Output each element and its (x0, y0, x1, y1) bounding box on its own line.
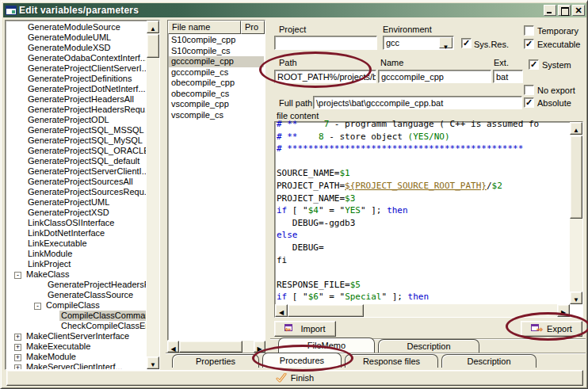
full-path-input[interactable]: \projects\bat\gcccompile_cpp.bat (313, 96, 522, 109)
tree-vertical-scrollbar[interactable]: ▲ ▼ (147, 21, 159, 369)
path-input[interactable]: ROOT_PATH%/projects/bat (274, 70, 376, 83)
file-scrollbar-thumb[interactable] (179, 341, 242, 353)
import-icon: ⇦ (284, 324, 296, 334)
tree-item[interactable]: LinkClassOSIInterface (6, 218, 146, 228)
tab-procedures[interactable]: Procedures (262, 353, 342, 368)
tree-item[interactable]: GenerateProjectSQL_default (6, 156, 146, 166)
editor-hscroll-thumb[interactable] (288, 304, 364, 317)
tree-item-label: GenerateProjectSourcesRequ... (26, 187, 146, 197)
scroll-down-icon[interactable]: ▼ (147, 357, 159, 369)
file-list-item[interactable]: vscompile_cpp (169, 99, 264, 110)
system-checkbox[interactable]: ✓ (529, 59, 539, 70)
tree-item[interactable]: GenerateProjectXSD (6, 208, 146, 218)
scroll-left-icon[interactable]: ◀ (275, 304, 288, 317)
tab-description[interactable]: Description (441, 354, 536, 368)
tree-item[interactable]: GenerateModuleUML (6, 32, 146, 43)
tree-item[interactable]: GenerateClassSource (6, 290, 146, 300)
tree-scrollbar-thumb[interactable] (147, 34, 159, 58)
file-list-item[interactable]: vscompile_cs (169, 110, 264, 121)
tree-item[interactable]: +MakeModule (6, 352, 146, 362)
expand-icon[interactable]: + (14, 364, 21, 369)
tree-item[interactable]: GenerateOdabaContextInterf... (6, 53, 146, 63)
tree-item[interactable]: GenerateProjectSQL_MSSQL (6, 125, 146, 135)
close-button[interactable]: ✕ (572, 5, 585, 16)
tree-item[interactable]: GenerateModuleXSD (6, 43, 146, 53)
tree-item[interactable]: +MakeServerClientInterf... (6, 362, 146, 369)
no-export-checkbox[interactable] (524, 85, 534, 95)
title-bar[interactable]: Edit variables/parameters ✕ (3, 3, 586, 17)
tree-item[interactable]: GenerateProjectHeadersAll (6, 94, 146, 105)
project-input[interactable] (274, 36, 377, 50)
tree-item[interactable]: GenerateProjectHeadersR... (6, 280, 146, 290)
tab-response-files[interactable]: Response files (345, 354, 438, 368)
tree-item[interactable]: CheckCompileClassError (6, 321, 146, 331)
import-button[interactable]: ⇦ Import (274, 321, 336, 337)
editor-vertical-scrollbar[interactable]: ▲ ▼ (570, 122, 582, 304)
procedure-tree[interactable]: GenerateModuleSourceGenerateModuleUMLGen… (5, 20, 160, 370)
file-list[interactable]: File name Pro S10compile_cppS10compile_c… (167, 20, 265, 341)
executable-checkbox[interactable]: ✓ (524, 39, 534, 49)
collapse-icon[interactable]: - (14, 272, 21, 279)
file-list-horizontal-scrollbar[interactable]: ◀ ▶ (167, 341, 265, 353)
tree-item[interactable]: LinkExecutable (6, 238, 146, 249)
tree-item[interactable]: GenerateProjectUML (6, 197, 146, 208)
tree-item[interactable]: +MakeClientServerInterface (6, 331, 146, 341)
export-button[interactable]: ⇨ Export (521, 321, 582, 337)
tab-filememo[interactable]: FileMemo (278, 338, 375, 353)
tree-item[interactable]: LinkModule (6, 249, 146, 259)
chevron-down-icon[interactable]: ▼ (439, 37, 452, 48)
tree-item[interactable]: -CompileClass (6, 300, 146, 311)
file-list-item[interactable]: obecompile_cs (169, 89, 264, 100)
file-list-item[interactable]: gcccompile_cpp (169, 56, 264, 67)
tree-item[interactable]: GenerateProjectSQL_MySQL (6, 135, 146, 146)
file-list-item[interactable]: S10compile_cs (169, 46, 264, 57)
expand-icon[interactable]: + (14, 334, 21, 341)
tree-item[interactable]: GenerateProjectServerClientI... (6, 166, 146, 177)
tree-item[interactable]: LinkDotNetInterface (6, 228, 146, 238)
expand-icon[interactable]: + (14, 344, 21, 351)
file-list-item[interactable]: gcccompile_cs (169, 67, 264, 78)
name-input[interactable]: gcccompile_cpp (378, 70, 491, 83)
scroll-down-icon[interactable]: ▼ (570, 292, 582, 304)
minimize-button[interactable] (544, 5, 556, 16)
editor-vscroll-thumb[interactable] (570, 135, 582, 219)
file-list-item[interactable]: obecompile_cpp (169, 78, 264, 89)
tree-item[interactable]: GenerateProjectDefinitions (6, 74, 146, 84)
tab-properties[interactable]: Properties (172, 354, 259, 368)
scroll-left-icon[interactable]: ◀ (167, 341, 179, 353)
tree-item[interactable]: GenerateProjectHeadersRequ... (6, 105, 146, 115)
absolute-label: Absolute (537, 98, 571, 108)
tree-item[interactable]: GenerateProjectSQL_ORACLE (6, 146, 146, 156)
tree-item[interactable]: +MakeExecutable (6, 341, 146, 352)
tree-item[interactable]: GenerateProjectODL (6, 115, 146, 125)
maximize-button[interactable] (558, 5, 571, 16)
expand-icon[interactable]: + (14, 354, 21, 361)
tree-item[interactable]: CompileClassCommand (6, 311, 146, 321)
editor-horizontal-scrollbar[interactable]: ◀ ▶ (275, 304, 570, 317)
scroll-right-icon[interactable]: ▶ (254, 341, 265, 353)
ext-input[interactable]: bat (493, 70, 523, 83)
column-file-name[interactable]: File name (168, 21, 241, 34)
tree-item[interactable]: GenerateProjectClientServerI... (6, 63, 146, 74)
tree-item[interactable]: GenerateProjectSourcesAll (6, 177, 146, 187)
environment-select[interactable]: gcc ▼ (383, 36, 454, 50)
file-content-editor[interactable]: # ** 7 - programm language ( C++ is assu… (274, 121, 583, 318)
collapse-icon[interactable]: - (34, 303, 41, 310)
scroll-right-icon[interactable]: ▶ (557, 304, 570, 317)
absolute-checkbox[interactable]: ✓ (524, 97, 534, 108)
sys-res-checkbox[interactable]: ✓ (461, 38, 472, 48)
scroll-up-icon[interactable]: ▲ (570, 122, 582, 135)
tree-item[interactable]: LinkProject (6, 259, 146, 269)
tree-item-label: LinkClassOSIInterface (26, 218, 116, 228)
finish-button[interactable]: Finish (6, 370, 583, 386)
temporary-checkbox[interactable] (524, 25, 534, 36)
tree-item[interactable]: GenerateProjectSourcesRequ... (6, 187, 146, 197)
column-pro[interactable]: Pro (241, 21, 265, 34)
tree-item[interactable]: GenerateProjectDotNetInterf... (6, 84, 146, 94)
scroll-up-icon[interactable]: ▲ (147, 21, 159, 33)
tree-item[interactable]: GenerateModuleSource (6, 22, 146, 32)
export-button-label: Export (547, 324, 572, 334)
tree-item[interactable]: -MakeClass (6, 269, 146, 280)
tab-description[interactable]: Description (378, 339, 479, 353)
file-list-item[interactable]: S10compile_cpp (169, 35, 264, 46)
